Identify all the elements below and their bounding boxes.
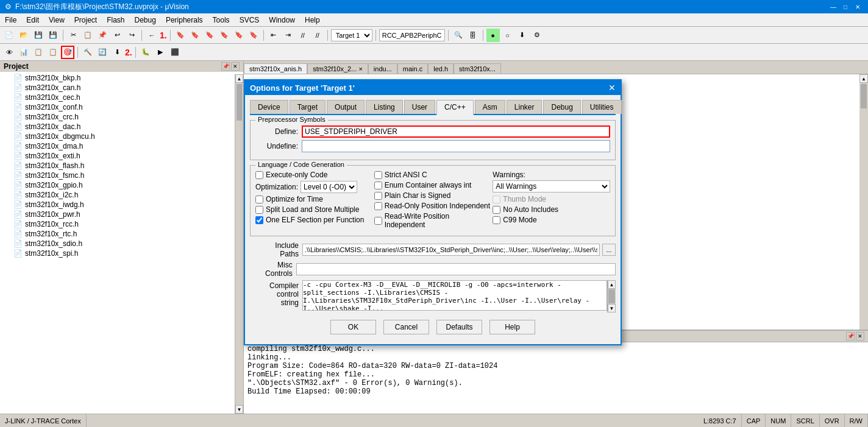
build-close-btn[interactable]: ✕ [856, 332, 864, 341]
menu-project[interactable]: Project [69, 13, 102, 26]
save-all-btn[interactable]: 💾 [46, 29, 60, 42]
menu-debug[interactable]: Debug [130, 13, 161, 26]
undo-btn[interactable]: ↩ [110, 29, 124, 42]
strict-ansi-checkbox[interactable] [374, 171, 382, 179]
one-elf-checkbox[interactable] [255, 216, 263, 224]
debug-btn[interactable]: 🐛 [139, 46, 152, 59]
window-close-button[interactable]: ✕ [852, 2, 863, 12]
open-btn[interactable]: 📂 [17, 29, 30, 42]
bookmark4-btn[interactable]: 🔖 [218, 29, 231, 42]
view-btn1[interactable]: 👁 [2, 46, 16, 59]
tree-item-cec[interactable]: 📄stm32f10x_cec.h [1, 93, 242, 102]
optimize-time-checkbox[interactable] [255, 196, 263, 203]
target-select[interactable]: Target 1 [331, 29, 372, 41]
save-btn[interactable]: 💾 [32, 29, 45, 42]
menu-file[interactable]: File [0, 13, 21, 26]
editor-scrollbar[interactable]: ▲ [859, 74, 868, 330]
tree-item-pwr[interactable]: 📄stm32f10x_pwr.h [1, 210, 242, 219]
tree-item-conf[interactable]: 📄stm32f10x_conf.h [1, 102, 242, 112]
tree-item-crc[interactable]: 📄stm32f10x_crc.h [1, 112, 242, 122]
scroll-down-arrow[interactable]: ▼ [235, 405, 243, 414]
bookmark3-btn[interactable]: 🔖 [203, 29, 216, 42]
file-tab-5[interactable]: led.h [428, 63, 454, 74]
new-file-btn[interactable]: 📄 [2, 29, 16, 42]
uncomment-btn[interactable]: // [311, 29, 324, 42]
compiler-scroll-up[interactable]: ▲ [608, 280, 616, 289]
paste-btn[interactable]: 📌 [96, 29, 109, 42]
tree-item-sdio[interactable]: 📄stm32f10x_sdio.h [1, 239, 242, 249]
menu-window[interactable]: Window [264, 13, 300, 26]
comment-btn[interactable]: // [296, 29, 310, 42]
tree-item-rcc[interactable]: 📄stm32f10x_rcc.h [1, 219, 242, 229]
tree-item-fsmc[interactable]: 📄stm32f10x_fsmc.h [1, 171, 242, 180]
file-tab-2[interactable]: stm32f10x_2... × [307, 63, 368, 74]
tab-cpp[interactable]: C/C++ [436, 100, 474, 115]
tree-item-exti[interactable]: 📄stm32f10x_exti.h [1, 151, 242, 161]
file-tab-4[interactable]: main.c [397, 63, 428, 74]
c99-checkbox[interactable] [493, 216, 500, 224]
read-only-checkbox[interactable] [374, 202, 382, 210]
search-btn[interactable]: 🔍 [452, 29, 465, 42]
menu-flash[interactable]: Flash [102, 13, 129, 26]
minimize-button[interactable]: — [828, 2, 839, 12]
run-btn[interactable]: ● [486, 29, 500, 42]
tab-output[interactable]: Output [327, 100, 365, 114]
run2-btn[interactable]: 🎯 [61, 46, 74, 59]
settings-btn[interactable]: ⚙ [530, 29, 544, 42]
compiler-scroll-down[interactable]: ▼ [608, 304, 616, 312]
panel-pin-btn[interactable]: 📌 [221, 62, 230, 71]
read-write-checkbox[interactable] [374, 217, 382, 225]
cancel-button[interactable]: Cancel [383, 320, 429, 334]
build-btn[interactable]: 🔨 [81, 46, 94, 59]
include-paths-input[interactable] [302, 244, 600, 256]
menu-peripherals[interactable]: Peripherals [161, 13, 208, 26]
no-auto-checkbox[interactable] [493, 206, 500, 214]
flash-btn[interactable]: ⬇ [516, 29, 529, 42]
tab-target[interactable]: Target [290, 100, 326, 114]
menu-help[interactable]: Help [300, 13, 325, 26]
thumb-mode-checkbox[interactable] [493, 196, 500, 203]
tree-item-iwdg[interactable]: 📄stm32f10x_iwdg.h [1, 200, 242, 210]
bookmark2-btn[interactable]: 🔖 [188, 29, 202, 42]
tree-item-i2c[interactable]: 📄stm32f10x_i2c.h [1, 190, 242, 200]
menu-edit[interactable]: Edit [21, 13, 44, 26]
debug2-btn[interactable]: ▶ [154, 46, 167, 59]
bookmark6-btn[interactable]: 🔖 [247, 29, 260, 42]
tab-listing[interactable]: Listing [366, 100, 403, 114]
download-btn[interactable]: ⬇ [110, 46, 124, 59]
menu-svcs[interactable]: SVCS [235, 13, 265, 26]
execute-only-checkbox[interactable] [255, 171, 263, 179]
misc-controls-input[interactable] [296, 263, 616, 275]
db-btn[interactable]: 🗄 [466, 29, 480, 42]
bookmark-btn[interactable]: 🔖 [174, 29, 187, 42]
tab-device[interactable]: Device [250, 100, 288, 114]
indent-btn[interactable]: ⇤ [267, 29, 280, 42]
tree-item-dbgmcu[interactable]: 📄stm32f10x_dbgmcu.h [1, 132, 242, 141]
warnings-select[interactable]: All Warnings [493, 180, 610, 192]
file-tab-3[interactable]: indu... [368, 63, 397, 74]
bookmark5-btn[interactable]: 🔖 [232, 29, 246, 42]
file-tab-1[interactable]: stm32f10x_anis.h [244, 63, 307, 74]
view-btn2[interactable]: 📊 [17, 46, 30, 59]
build-pin-btn[interactable]: 📌 [846, 332, 855, 341]
nav-back-btn[interactable]: ← [145, 29, 158, 42]
compiler-scrollbar[interactable]: ▲ ▼ [607, 280, 616, 312]
tab-linker[interactable]: Linker [507, 100, 542, 114]
menu-tools[interactable]: Tools [208, 13, 235, 26]
view-btn3[interactable]: 📋 [32, 46, 45, 59]
tree-item-dma[interactable]: 📄stm32f10x_dma.h [1, 141, 242, 151]
stop-btn[interactable]: ○ [501, 29, 514, 42]
tab-utilities[interactable]: Utilities [582, 100, 622, 114]
scroll-up-arrow[interactable]: ▲ [235, 74, 243, 83]
dialog-close-btn[interactable]: ✕ [608, 83, 616, 93]
tree-item-gpio[interactable]: 📄stm32f10x_gpio.h [1, 180, 242, 190]
redo-btn[interactable]: ↪ [125, 29, 138, 42]
tree-item-bkp[interactable]: 📄stm32f10x_bkp.h [1, 73, 242, 83]
compiler-string-textarea[interactable]: -c -cpu Cortex-M3 -D__EVAL -D__MICROLIB … [302, 280, 607, 311]
cut-btn[interactable]: ✂ [66, 29, 80, 42]
include-browse-btn[interactable]: ... [602, 244, 616, 256]
maximize-button[interactable]: □ [840, 2, 851, 12]
tree-item-spi[interactable]: 📄stm32f10x_spi.h [1, 249, 242, 258]
rcc-dropdown-label[interactable]: RCC_APB2PeriphC [379, 29, 445, 41]
outdent-btn[interactable]: ⇥ [282, 29, 295, 42]
